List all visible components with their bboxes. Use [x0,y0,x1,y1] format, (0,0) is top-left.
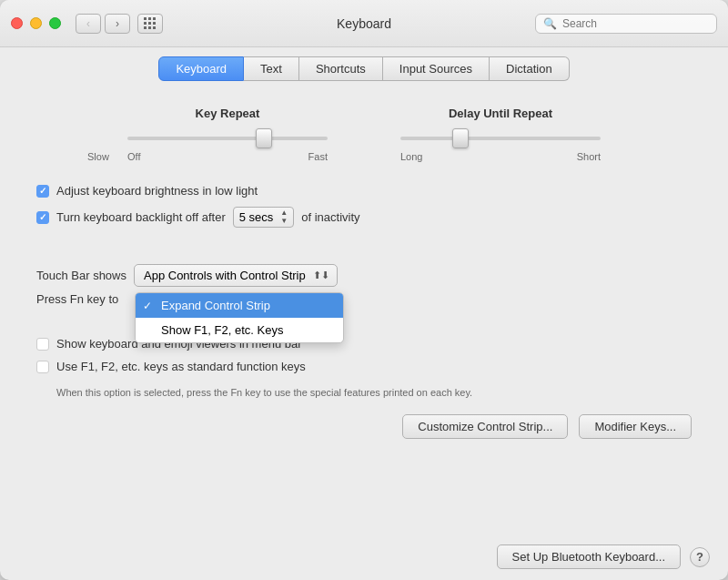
bottom-buttons: Customize Control Strip... Modifier Keys… [36,414,692,439]
customize-control-strip-button[interactable]: Customize Control Strip... [402,414,568,439]
dropdown-item-f1[interactable]: Show F1, F2, etc. Keys [136,318,343,342]
touchbar-dropdown-popup: ✓ Expand Control Strip Show F1, F2, etc.… [135,292,344,343]
key-repeat-group: Key Repeat Off Slow Fast [127,107,328,162]
tabbar: Keyboard Text Shortcuts Input Sources Di… [0,47,728,88]
stepper-up-icon: ▲ [280,209,288,217]
back-button[interactable]: ‹ [76,14,101,34]
brightness-checkmark: ✓ [39,187,46,196]
backlight-duration-value: 5 secs [239,210,274,224]
search-box[interactable]: 🔍 [535,14,717,34]
f1-desc-text: When this option is selected, press the … [56,387,472,398]
modifier-keys-button[interactable]: Modifier Keys... [579,414,692,439]
delay-repeat-label: Delay Until Repeat [449,107,552,120]
very-bottom-bar: Set Up Bluetooth Keyboard... ? [0,535,728,580]
key-repeat-fast-label: Fast [308,151,328,162]
bluetooth-keyboard-button[interactable]: Set Up Bluetooth Keyboard... [497,544,681,569]
maximize-button[interactable] [49,17,61,29]
f1-keys-row: Use F1, F2, etc. keys as standard functi… [36,360,692,400]
stepper-arrows: ▲ ▼ [280,209,288,225]
key-repeat-track [127,137,328,140]
delay-repeat-range-labels: Long Short [400,151,601,162]
search-icon: 🔍 [543,17,557,30]
delay-repeat-track [400,137,601,140]
dropdown-item-expand-label: Expand Control Strip [161,299,270,312]
dropdown-item-f1-label: Show F1, F2, etc. Keys [161,323,283,337]
traffic-lights [11,17,61,29]
f1-checkbox[interactable] [36,361,49,373]
backlight-duration-select[interactable]: 5 secs ▲ ▼ [233,207,295,228]
backlight-after-label: of inactivity [301,210,359,224]
selected-checkmark: ✓ [143,300,152,312]
key-repeat-range-labels: Off Slow Fast [127,151,328,162]
help-button[interactable]: ? [690,547,710,567]
f1-description: When this option is selected, press the … [56,386,692,400]
touchbar-value: App Controls with Control Strip [144,269,306,282]
tab-shortcuts[interactable]: Shortcuts [299,56,383,81]
touchbar-label: Touch Bar shows [36,269,126,282]
touchbar-row: Touch Bar shows App Controls with Contro… [36,264,692,287]
key-repeat-slow-label: Slow [87,151,109,162]
key-repeat-thumb[interactable] [256,128,272,148]
grid-button[interactable] [137,14,163,34]
backlight-row: ✓ Turn keyboard backlight off after 5 se… [36,207,692,228]
window-title: Keyboard [337,16,391,31]
backlight-checkbox[interactable]: ✓ [36,211,49,224]
keyboard-preferences-window: ‹ › Keyboard 🔍 Keyboard Text Shortcuts I… [0,0,728,580]
fn-key-label: Press Fn key to [36,292,118,306]
key-repeat-slider-wrap [127,129,328,148]
delay-repeat-slider-wrap [400,129,601,148]
tab-text[interactable]: Text [244,56,299,81]
delay-repeat-group: Delay Until Repeat Long Short [400,107,601,162]
touchbar-dropdown[interactable]: App Controls with Control Strip ⬆⬇ ✓ Exp… [134,264,338,287]
key-repeat-off-label: Off [127,151,140,162]
dropdown-item-expand[interactable]: ✓ Expand Control Strip [136,293,343,318]
f1-checkbox-row: Use F1, F2, etc. keys as standard functi… [36,360,692,373]
touch-bar-section: Touch Bar shows App Controls with Contro… [36,264,692,306]
delay-short-label: Short [577,151,601,162]
f1-label: Use F1, F2, etc. keys as standard functi… [56,360,306,373]
main-content: Key Repeat Off Slow Fast Delay Until Rep… [0,88,728,535]
tab-input-sources[interactable]: Input Sources [383,56,490,81]
show-keyboard-checkbox[interactable] [36,338,49,351]
titlebar: ‹ › Keyboard 🔍 [0,0,728,47]
tab-dictation[interactable]: Dictation [490,56,570,81]
brightness-checkbox[interactable]: ✓ [36,185,49,198]
grid-icon [144,17,157,30]
brightness-row: ✓ Adjust keyboard brightness in low ligh… [36,184,692,198]
close-button[interactable] [11,17,23,29]
minimize-button[interactable] [30,17,42,29]
brightness-label: Adjust keyboard brightness in low light [56,184,258,198]
backlight-label: Turn keyboard backlight off after [56,210,226,224]
dropdown-arrows-icon: ⬆⬇ [313,270,329,281]
stepper-down-icon: ▼ [280,218,288,225]
backlight-checkmark: ✓ [39,213,46,222]
key-repeat-label: Key Repeat [196,107,260,120]
delay-long-label: Long [400,151,422,162]
forward-button[interactable]: › [105,14,130,34]
sliders-row: Key Repeat Off Slow Fast Delay Until Rep… [36,107,692,162]
delay-repeat-thumb[interactable] [452,128,469,148]
search-input[interactable] [562,17,709,30]
tab-keyboard[interactable]: Keyboard [158,56,244,81]
nav-buttons: ‹ › [76,14,130,34]
